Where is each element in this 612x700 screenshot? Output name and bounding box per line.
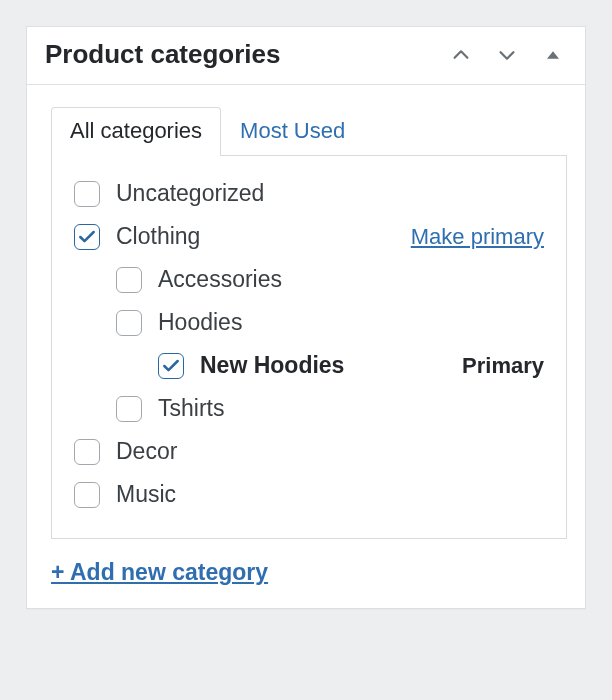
category-label: Uncategorized (116, 180, 544, 207)
category-row-new-hoodies: New HoodiesPrimary (158, 344, 544, 387)
category-checkbox-accessories[interactable] (116, 267, 142, 293)
panel-title: Product categories (45, 39, 281, 70)
move-up-button[interactable] (447, 41, 475, 69)
category-label: Decor (116, 438, 544, 465)
category-checkbox-music[interactable] (74, 482, 100, 508)
category-row-music: Music (74, 473, 544, 516)
category-row-uncategorized: Uncategorized (74, 172, 544, 215)
category-label: Tshirts (158, 395, 544, 422)
category-row-hoodies: Hoodies (116, 301, 544, 344)
category-checkbox-tshirts[interactable] (116, 396, 142, 422)
move-down-button[interactable] (493, 41, 521, 69)
category-row-accessories: Accessories (116, 258, 544, 301)
panel-header-actions (447, 41, 575, 69)
make-primary-link[interactable]: Make primary (411, 224, 544, 250)
collapse-toggle-button[interactable] (539, 41, 567, 69)
primary-badge: Primary (462, 353, 544, 379)
caret-up-icon (544, 46, 562, 64)
chevron-up-icon (450, 44, 472, 66)
tab-most-used[interactable]: Most Used (221, 107, 364, 156)
category-tabs: All categories Most Used UncategorizedCl… (51, 107, 567, 539)
category-label: Accessories (158, 266, 544, 293)
product-categories-panel: Product categories All categories (26, 26, 586, 609)
category-row-decor: Decor (74, 430, 544, 473)
category-row-clothing: ClothingMake primary (74, 215, 544, 258)
panel-header: Product categories (27, 27, 585, 85)
category-checkbox-uncategorized[interactable] (74, 181, 100, 207)
category-checklist: UncategorizedClothingMake primaryAccesso… (51, 155, 567, 539)
panel-body: All categories Most Used UncategorizedCl… (27, 85, 585, 608)
category-label: New Hoodies (200, 352, 462, 379)
category-checkbox-hoodies[interactable] (116, 310, 142, 336)
add-new-category-link[interactable]: + Add new category (51, 559, 268, 586)
category-label: Hoodies (158, 309, 544, 336)
category-row-tshirts: Tshirts (116, 387, 544, 430)
category-checkbox-clothing[interactable] (74, 224, 100, 250)
category-label: Clothing (116, 223, 411, 250)
category-checkbox-decor[interactable] (74, 439, 100, 465)
tab-all-categories[interactable]: All categories (51, 107, 221, 156)
chevron-down-icon (496, 44, 518, 66)
category-label: Music (116, 481, 544, 508)
category-checkbox-new-hoodies[interactable] (158, 353, 184, 379)
